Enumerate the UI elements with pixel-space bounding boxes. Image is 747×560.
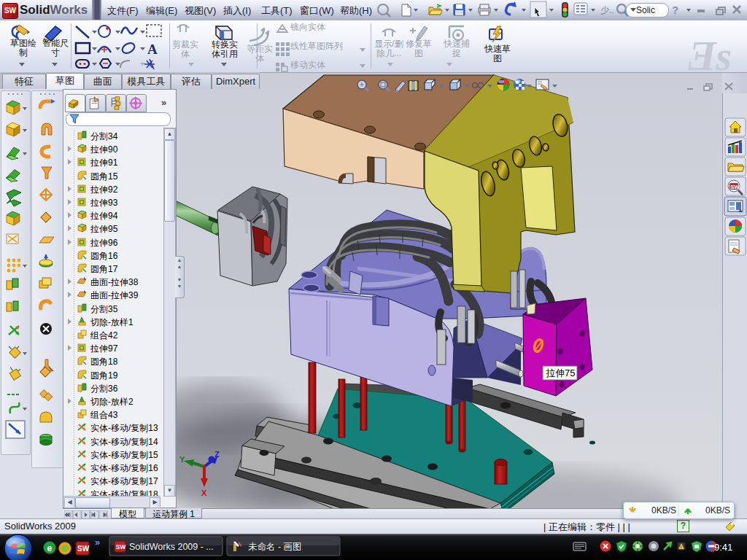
svg-text:X: X [201,489,207,497]
svg-text:拉伸75: 拉伸75 [546,368,575,378]
svg-text:未命名 - 画图: 未命名 - 画图 [248,542,302,552]
svg-text:SolidWorks 2009 - ...: SolidWorks 2009 - ... [129,542,214,552]
svg-text:少..: 少.. [600,5,614,15]
svg-text:SW: SW [730,184,740,190]
svg-text:Z: Z [214,450,220,459]
svg-text:A: A [147,42,158,57]
svg-text:e: e [47,543,53,553]
svg-text:»: » [95,537,100,548]
svg-text:SW: SW [77,545,90,553]
svg-text:Ǝs: Ǝs [688,34,732,72]
svg-text:SW: SW [116,543,127,551]
svg-text:Y: Y [179,455,185,464]
svg-text:9:41: 9:41 [714,542,732,553]
